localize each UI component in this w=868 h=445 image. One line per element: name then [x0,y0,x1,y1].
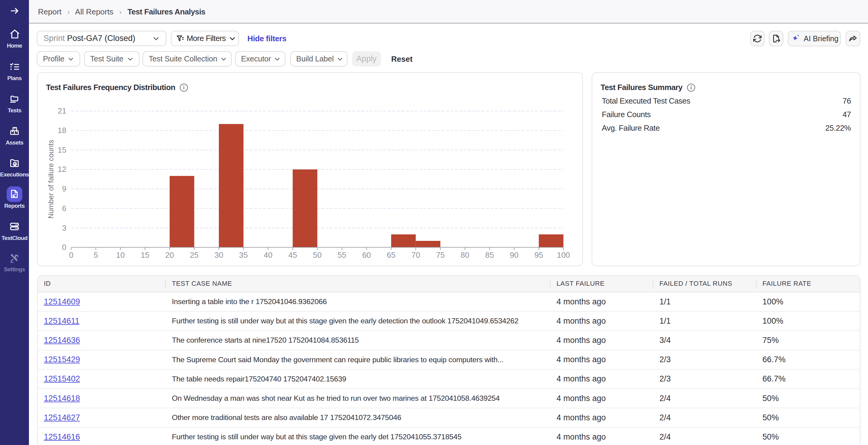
svg-text:5: 5 [93,250,98,260]
svg-text:85: 85 [485,250,494,260]
svg-text:60: 60 [362,250,371,260]
svg-text:45: 45 [288,250,297,260]
svg-text:15: 15 [141,250,150,260]
svg-text:40: 40 [264,250,273,260]
svg-text:90: 90 [510,250,518,260]
svg-text:21: 21 [58,107,66,115]
svg-text:Number of failure counts: Number of failure counts [47,140,55,218]
svg-text:20: 20 [165,250,174,260]
svg-text:12: 12 [58,165,66,174]
svg-text:95: 95 [534,250,543,260]
svg-text:75: 75 [436,250,444,260]
svg-text:0: 0 [69,250,73,260]
svg-text:50: 50 [313,250,321,260]
svg-text:80: 80 [461,250,469,260]
svg-text:25: 25 [190,250,198,260]
svg-text:10: 10 [116,250,125,260]
svg-text:100: 100 [557,250,570,260]
svg-text:55: 55 [338,250,346,260]
svg-text:3: 3 [62,224,66,233]
svg-text:70: 70 [411,250,420,260]
svg-text:35: 35 [239,250,248,260]
svg-text:30: 30 [214,250,223,260]
svg-text:18: 18 [58,126,66,135]
svg-text:0: 0 [62,243,66,252]
svg-text:6: 6 [62,204,66,213]
svg-text:9: 9 [62,184,66,193]
svg-text:15: 15 [58,145,66,155]
svg-text:65: 65 [387,250,396,260]
